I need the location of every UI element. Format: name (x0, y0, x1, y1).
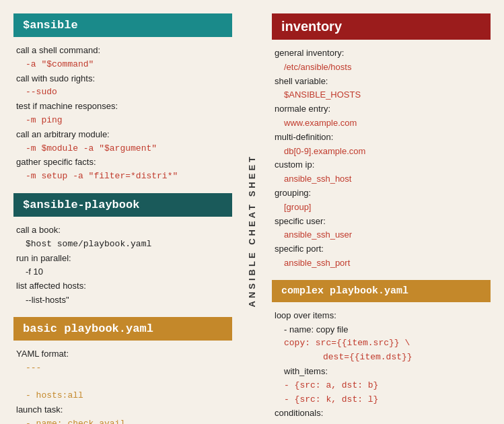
complex-header: complex playbook.yaml (272, 280, 491, 302)
ansible-line-8: gather specific facts: (16, 155, 229, 170)
playbook-content: call a book: $host some/playbook.yaml ru… (13, 222, 232, 314)
cplx-line-2: copy: src={{item.src}} \ (275, 337, 488, 351)
cplx-line-4: with_items: (275, 365, 488, 379)
inv-line-6: multi-definition: (275, 131, 488, 145)
inv-line-10: grouping: (275, 186, 488, 201)
inventory-section: inventory general inventory: /etc/ansibl… (272, 13, 491, 277)
playbook-line-3: -f 10 (16, 265, 229, 279)
ansible-line-7: -m $module -a "$argument" (16, 142, 229, 156)
cplx-line-5: - {src: a, dst: b} (275, 379, 488, 393)
inv-line-2: shell variable: (275, 75, 488, 89)
inv-line-0: general inventory: (275, 46, 488, 61)
cplx-line-1: - name: copy file (275, 323, 488, 337)
ansible-header: $ansible (13, 13, 232, 37)
playbook-line-2: run in parallel: (16, 252, 229, 266)
inventory-header: inventory (272, 13, 491, 40)
playbook-line-5: --list-hosts" (16, 293, 229, 308)
cplx-line-6: - {src: k, dst: l} (275, 393, 488, 407)
ansible-line-9: -m setup -a "filter=*distri*" (16, 170, 229, 184)
inventory-content: general inventory: /etc/ansible/hosts sh… (272, 45, 491, 277)
basic-line-3: - hosts:all (16, 389, 229, 403)
cheat-sheet-label: ANSIBLE CHEAT SHEET (248, 154, 256, 307)
basic-line-0: YAML format: (16, 347, 229, 361)
playbook-line-0: call a book: (16, 223, 229, 238)
left-column: $ansible call a shell command: -a "$comm… (0, 0, 242, 424)
inv-line-7: db[0-9].example.com (275, 145, 488, 159)
ansible-content: call a shell command: -a "$command" call… (13, 42, 232, 190)
inv-line-11: [group] (275, 201, 488, 215)
basic-line-2 (16, 375, 229, 389)
basic-line-1: --- (16, 361, 229, 376)
ansible-line-5: -m ping (16, 114, 229, 128)
basic-line-4: launch task: (16, 403, 229, 417)
ansible-line-4: test if machine responses: (16, 100, 229, 114)
inv-line-4: normale entry: (275, 102, 488, 116)
complex-content: loop over items: - name: copy file copy:… (272, 308, 491, 424)
inv-line-8: custom ip: (275, 158, 488, 172)
inv-line-3: $ANSIBLE_HOSTS (275, 88, 488, 102)
center-strip: ANSIBLE CHEAT SHEET (242, 0, 262, 424)
basic-line-5: - name: check avail (16, 417, 229, 424)
inv-line-5: www.example.com (275, 116, 488, 131)
cplx-line-0: loop over items: (275, 309, 488, 323)
ansible-line-1: -a "$command" (16, 58, 229, 72)
complex-section: complex playbook.yaml loop over items: -… (272, 280, 491, 424)
playbook-header: $ansible-playbook (13, 193, 232, 217)
inv-line-14: specific port: (275, 242, 488, 256)
inv-line-13: ansible_ssh_user (275, 228, 488, 242)
inv-line-9: ansible_ssh_host (275, 172, 488, 186)
inv-line-12: specific user: (275, 215, 488, 229)
ansible-section: $ansible call a shell command: -a "$comm… (13, 13, 232, 190)
inv-line-1: /etc/ansible/hosts (275, 61, 488, 75)
cplx-line-8: - name: reboot Debian (275, 421, 488, 424)
basic-header: basic playbook.yaml (13, 317, 232, 341)
cplx-line-7: conditionals: (275, 407, 488, 421)
inv-line-15: ansible_ssh_port (275, 256, 488, 271)
playbook-line-1: $host some/playbook.yaml (16, 238, 229, 252)
main-container: $ansible call a shell command: -a "$comm… (0, 0, 504, 424)
ansible-line-0: call a shell command: (16, 44, 229, 58)
basic-content: YAML format: --- - hosts:all launch task… (13, 346, 232, 424)
cplx-line-3: dest={{item.dst}} (275, 351, 488, 365)
playbook-section: $ansible-playbook call a book: $host som… (13, 193, 232, 314)
ansible-line-2: call with sudo rights: (16, 72, 229, 86)
playbook-line-4: list affected hosts: (16, 279, 229, 293)
ansible-line-6: call an arbitrary module: (16, 128, 229, 142)
basic-section: basic playbook.yaml YAML format: --- - h… (13, 317, 232, 424)
right-column: inventory general inventory: /etc/ansibl… (262, 0, 504, 424)
ansible-line-3: --sudo (16, 85, 229, 100)
